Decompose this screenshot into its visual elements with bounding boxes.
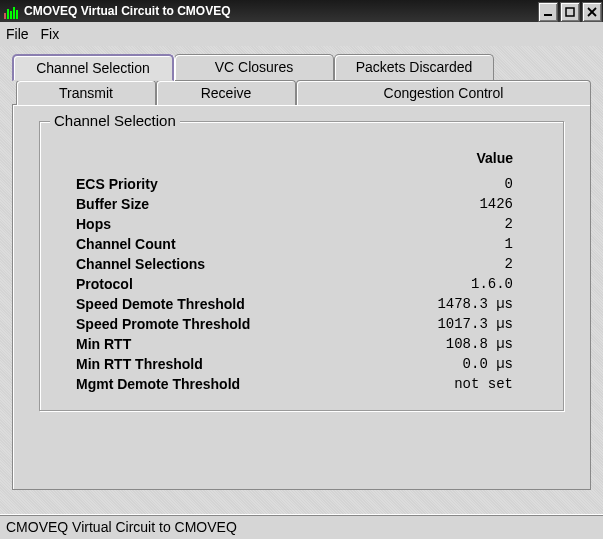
values-table: Value ECS Priority 0 Buffer Size 1426 Ho…	[70, 146, 533, 394]
tab-transmit[interactable]: Transmit	[16, 80, 156, 105]
label-channel-selections: Channel Selections	[70, 254, 370, 274]
value-speed-promote-threshold: 1017.3 µs	[370, 314, 533, 334]
tab-panel: Channel Selection Value ECS Priority 0 B…	[12, 104, 591, 490]
menu-file[interactable]: File	[6, 26, 29, 42]
label-min-rtt-threshold: Min RTT Threshold	[70, 354, 370, 374]
app-icon	[4, 3, 20, 19]
label-speed-promote-threshold: Speed Promote Threshold	[70, 314, 370, 334]
minimize-icon	[543, 7, 553, 17]
table-row: ECS Priority 0	[70, 174, 533, 194]
group-legend: Channel Selection	[50, 112, 180, 129]
label-mgmt-demote-threshold: Mgmt Demote Threshold	[70, 374, 370, 394]
svg-rect-1	[566, 8, 574, 16]
label-hops: Hops	[70, 214, 370, 234]
client-area: Channel Selection VC Closures Packets Di…	[0, 46, 603, 515]
tab-vc-closures[interactable]: VC Closures	[174, 54, 334, 81]
tab-congestion-control[interactable]: Congestion Control	[296, 80, 591, 105]
value-min-rtt-threshold: 0.0 µs	[370, 354, 533, 374]
value-ecs-priority: 0	[370, 174, 533, 194]
close-button[interactable]	[582, 2, 602, 22]
status-text: CMOVEQ Virtual Circuit to CMOVEQ	[6, 519, 237, 535]
label-ecs-priority: ECS Priority	[70, 174, 370, 194]
label-min-rtt: Min RTT	[70, 334, 370, 354]
menu-fix[interactable]: Fix	[41, 26, 60, 42]
table-row: Min RTT Threshold 0.0 µs	[70, 354, 533, 374]
value-hops: 2	[370, 214, 533, 234]
value-channel-selections: 2	[370, 254, 533, 274]
maximize-button[interactable]	[560, 2, 580, 22]
tab-packets-discarded[interactable]: Packets Discarded	[334, 54, 494, 81]
menu-bar: File Fix	[0, 22, 603, 47]
label-buffer-size: Buffer Size	[70, 194, 370, 214]
table-row: Channel Selections 2	[70, 254, 533, 274]
minimize-button[interactable]	[538, 2, 558, 22]
value-mgmt-demote-threshold: not set	[370, 374, 533, 394]
value-protocol: 1.6.0	[370, 274, 533, 294]
table-row: Speed Demote Threshold 1478.3 µs	[70, 294, 533, 314]
status-bar: CMOVEQ Virtual Circuit to CMOVEQ	[0, 514, 603, 539]
col-value-header: Value	[370, 146, 533, 174]
value-min-rtt: 108.8 µs	[370, 334, 533, 354]
value-speed-demote-threshold: 1478.3 µs	[370, 294, 533, 314]
value-buffer-size: 1426	[370, 194, 533, 214]
table-row: Buffer Size 1426	[70, 194, 533, 214]
table-row: Protocol 1.6.0	[70, 274, 533, 294]
label-protocol: Protocol	[70, 274, 370, 294]
table-row: Min RTT 108.8 µs	[70, 334, 533, 354]
table-row: Mgmt Demote Threshold not set	[70, 374, 533, 394]
title-bar: CMOVEQ Virtual Circuit to CMOVEQ	[0, 0, 603, 22]
value-channel-count: 1	[370, 234, 533, 254]
table-row: Hops 2	[70, 214, 533, 234]
label-speed-demote-threshold: Speed Demote Threshold	[70, 294, 370, 314]
tab-receive[interactable]: Receive	[156, 80, 296, 105]
tab-row-top: Channel Selection VC Closures Packets Di…	[12, 54, 591, 81]
table-row: Channel Count 1	[70, 234, 533, 254]
close-icon	[587, 7, 597, 17]
window-title: CMOVEQ Virtual Circuit to CMOVEQ	[24, 4, 537, 18]
tab-row-sub: Transmit Receive Congestion Control	[12, 80, 591, 105]
table-row: Speed Promote Threshold 1017.3 µs	[70, 314, 533, 334]
tab-channel-selection[interactable]: Channel Selection	[12, 54, 174, 81]
group-channel-selection: Channel Selection Value ECS Priority 0 B…	[39, 121, 564, 411]
label-channel-count: Channel Count	[70, 234, 370, 254]
table-header-row: Value	[70, 146, 533, 174]
maximize-icon	[565, 7, 575, 17]
